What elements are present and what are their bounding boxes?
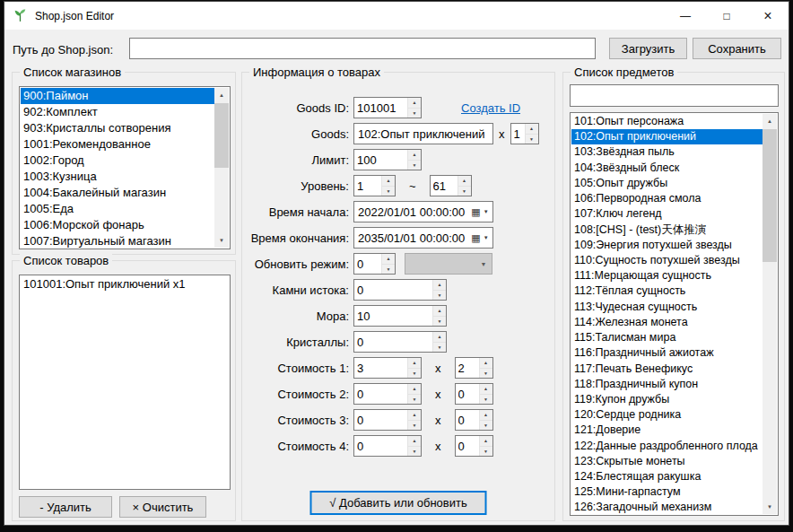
cost1-id-input[interactable] [354, 358, 407, 378]
list-item[interactable]: 118:Праздничный купон [571, 377, 762, 392]
spin-up-icon[interactable]: ▲ [408, 384, 421, 394]
mora-spinner[interactable]: ▲▼ [353, 305, 447, 327]
spin-up-icon[interactable]: ▲ [433, 306, 446, 316]
scroll-up-icon[interactable]: ▲ [762, 114, 777, 128]
list-item[interactable]: 1002:Город [21, 153, 214, 169]
cost2-count-input[interactable] [456, 384, 479, 404]
goods-id-input[interactable] [354, 98, 407, 118]
item-list-scrollbar[interactable]: ▲ ▼ [762, 114, 777, 514]
save-button[interactable]: Сохранить [693, 38, 781, 59]
level-min-spinner[interactable]: ▲▼ [353, 175, 396, 196]
list-item[interactable]: 101:Опыт персонажа [571, 114, 762, 129]
primogems-spinner[interactable]: ▲▼ [353, 279, 447, 301]
cost3-count-input[interactable] [456, 410, 479, 430]
goods-count-spinner[interactable]: ▲▼ [510, 123, 539, 144]
list-item[interactable]: 1005:Еда [21, 201, 214, 217]
primogems-input[interactable] [354, 280, 432, 300]
spin-down-icon[interactable]: ▼ [408, 394, 421, 405]
scroll-up-icon[interactable]: ▲ [214, 88, 229, 102]
spin-down-icon[interactable]: ▼ [408, 108, 421, 118]
add-or-update-button[interactable]: √ Добавить или обновить [310, 491, 487, 515]
list-item[interactable]: 1001:Рекомендованное [21, 136, 214, 153]
scroll-down-icon[interactable]: ▼ [762, 500, 777, 514]
delete-button[interactable]: - Удалить [19, 496, 112, 518]
cost3-count-spinner[interactable]: ▲▼ [455, 409, 493, 431]
list-item[interactable]: 115:Талисман мира [571, 330, 762, 345]
spin-up-icon[interactable]: ▲ [480, 358, 492, 368]
list-item[interactable]: 124:Блестящая ракушка [571, 469, 762, 484]
cost1-count-spinner[interactable]: ▲▼ [455, 357, 493, 379]
list-item[interactable]: 104:Звёздный блеск [571, 161, 762, 176]
cost4-id-spinner[interactable]: ▲▼ [353, 435, 422, 457]
create-id-link[interactable]: Создать ID [461, 101, 520, 115]
spin-up-icon[interactable]: ▲ [408, 436, 421, 446]
path-input[interactable] [129, 38, 596, 59]
spin-up-icon[interactable]: ▲ [526, 124, 538, 134]
list-item[interactable]: 110:Сущность потухшей звезды [571, 253, 762, 268]
goods-list[interactable]: 101001:Опыт приключений x1 [21, 276, 229, 488]
cost4-count-spinner[interactable]: ▲▼ [455, 435, 493, 457]
list-item[interactable]: 102:Опыт приключений [571, 129, 762, 144]
spin-up-icon[interactable]: ▲ [408, 410, 421, 420]
spin-down-icon[interactable]: ▼ [408, 368, 421, 379]
list-item[interactable]: 114:Железная монета [571, 315, 762, 330]
goods-count-input[interactable] [511, 124, 525, 144]
cost4-id-input[interactable] [354, 436, 407, 456]
goods-id-spinner[interactable]: ▲▼ [353, 97, 422, 118]
spin-up-icon[interactable]: ▲ [433, 332, 446, 342]
limit-input[interactable] [354, 150, 407, 170]
cost3-id-spinner[interactable]: ▲▼ [353, 409, 422, 431]
list-item[interactable]: 111:Мерцающая сущность [571, 268, 762, 283]
list-item[interactable]: 902:Комплект [21, 104, 214, 120]
list-item[interactable]: 116:Праздничный ажиотаж [571, 345, 762, 361]
level-max-input[interactable] [431, 176, 458, 196]
spin-down-icon[interactable]: ▼ [433, 342, 446, 353]
spin-down-icon[interactable]: ▼ [382, 264, 395, 275]
cost2-id-input[interactable] [354, 384, 407, 404]
scroll-thumb[interactable] [762, 129, 777, 262]
spin-down-icon[interactable]: ▼ [408, 446, 421, 457]
list-item[interactable]: 108:[CHS] - (test)天体推演 [571, 222, 762, 238]
spin-up-icon[interactable]: ▲ [480, 436, 492, 446]
crystals-spinner[interactable]: ▲▼ [353, 331, 447, 353]
minimize-button[interactable]: — [665, 2, 706, 30]
spin-down-icon[interactable]: ▼ [480, 446, 492, 457]
spin-up-icon[interactable]: ▲ [408, 98, 421, 108]
list-item[interactable]: 126:Загадочный механизм [571, 500, 762, 514]
time-end-dropdown[interactable]: ▦▼ [467, 228, 492, 248]
item-search-input[interactable] [570, 84, 779, 107]
spin-up-icon[interactable]: ▲ [480, 410, 492, 420]
list-item[interactable]: 106:Первородная смола [571, 191, 762, 206]
crystals-input[interactable] [354, 332, 432, 352]
list-item[interactable]: 122:Данные раздробленного плода [571, 439, 762, 454]
goods-input[interactable] [353, 123, 493, 144]
spin-up-icon[interactable]: ▲ [382, 254, 395, 264]
list-item[interactable]: 107:Ключ легенд [571, 206, 762, 222]
spin-down-icon[interactable]: ▼ [408, 420, 421, 431]
spin-down-icon[interactable]: ▼ [480, 368, 492, 379]
load-button[interactable]: Загрузить [609, 38, 687, 59]
list-item[interactable]: 903:Кристаллы сотворения [21, 120, 214, 136]
spin-down-icon[interactable]: ▼ [433, 290, 446, 301]
cost3-id-input[interactable] [354, 410, 407, 430]
cost2-count-spinner[interactable]: ▲▼ [455, 383, 493, 405]
list-item[interactable]: 119:Купон дружбы [571, 392, 762, 407]
list-item[interactable]: 900:Паймон [21, 88, 214, 104]
spin-down-icon[interactable]: ▼ [480, 394, 492, 405]
time-end-picker[interactable]: 2035/01/01 00:00:00 ▦▼ [353, 227, 493, 249]
list-item[interactable]: 112:Тёплая сущность [571, 283, 762, 299]
spin-up-icon[interactable]: ▲ [458, 176, 471, 186]
cost1-id-spinner[interactable]: ▲▼ [353, 357, 422, 379]
level-max-spinner[interactable]: ▲▼ [430, 175, 472, 196]
list-item[interactable]: 109:Энергия потухшей звезды [571, 238, 762, 253]
refresh-mode-input[interactable] [354, 254, 381, 274]
spin-down-icon[interactable]: ▼ [382, 186, 395, 196]
spin-up-icon[interactable]: ▲ [408, 358, 421, 368]
scroll-down-icon[interactable]: ▼ [214, 233, 229, 248]
spin-down-icon[interactable]: ▼ [480, 420, 492, 431]
spin-up-icon[interactable]: ▲ [408, 150, 421, 160]
list-item[interactable]: 1003:Кузница [21, 169, 214, 185]
list-item[interactable]: 120:Сердце родника [571, 407, 762, 423]
list-item[interactable]: 1006:Морской фонарь [21, 217, 214, 233]
clear-button[interactable]: × Очистить [119, 496, 206, 518]
